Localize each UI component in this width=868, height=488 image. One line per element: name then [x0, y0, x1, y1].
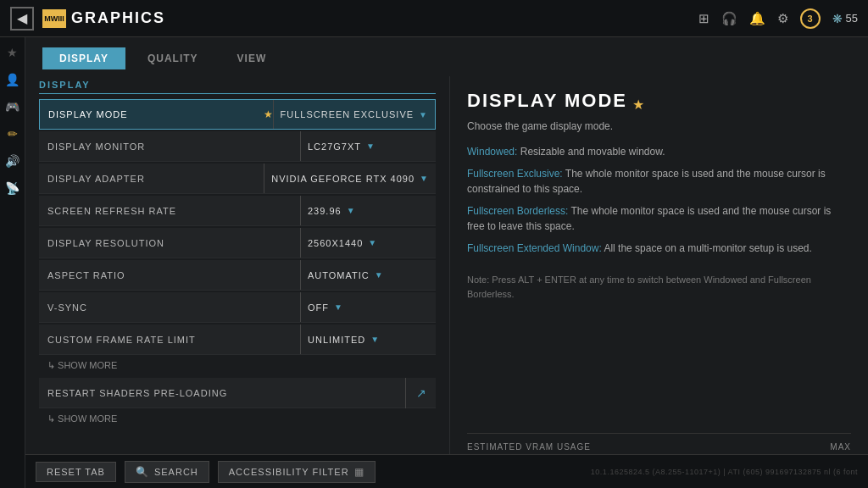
- detail-note: Note: Press ALT + ENTER at any time to s…: [467, 273, 851, 301]
- setting-name-vsync: V-SYNC: [39, 302, 300, 313]
- setting-row-framelimit[interactable]: CUSTOM FRAME RATE LIMIT UNLIMITED ▼: [39, 324, 436, 355]
- setting-value-resolution: 2560X1440 ▼: [300, 228, 436, 258]
- show-more-2[interactable]: ↳ SHOW MORE: [39, 410, 436, 428]
- header-icons: ⊞ 🎧 🔔 ⚙ 3 ❋ 55: [698, 8, 858, 29]
- detail-description: Choose the game display mode.: [467, 119, 851, 134]
- setting-value-display-mode: FULLSCREEN EXCLUSIVE ▼: [273, 100, 435, 129]
- level-badge: 3: [800, 8, 821, 29]
- reset-tab-label: RESET TAB: [47, 467, 105, 477]
- setting-row-refresh[interactable]: SCREEN REFRESH RATE 239.96 ▼: [39, 196, 436, 226]
- setting-name-monitor: DISPLAY MONITOR: [39, 141, 300, 152]
- page-title: GRAPHICS: [71, 9, 165, 27]
- level-value: 3: [807, 14, 812, 24]
- setting-name-display-mode: DISPLAY MODE: [40, 109, 259, 119]
- vram-header: ESTIMATED VRAM USAGE MAX: [467, 442, 851, 452]
- left-panel: DISPLAY DISPLAY MODE ★ FULLSCREEN EXCLUS…: [25, 76, 449, 488]
- star-icon-display-mode: ★: [264, 108, 273, 120]
- search-button[interactable]: 🔍 SEARCH: [125, 461, 209, 483]
- dropdown-arrow-refresh: ▼: [347, 206, 356, 215]
- currency-icon: ❋: [832, 12, 843, 25]
- setting-row-display-mode[interactable]: DISPLAY MODE ★ FULLSCREEN EXCLUSIVE ▼: [39, 99, 436, 130]
- right-panel: DISPLAY MODE ★ Choose the game display m…: [449, 76, 868, 488]
- tab-view[interactable]: VIEW: [220, 47, 284, 69]
- reset-tab-button[interactable]: RESET TAB: [36, 462, 116, 482]
- tab-display[interactable]: DISPLAY: [42, 47, 125, 69]
- currency-badge: ❋ 55: [832, 12, 858, 25]
- left-sidebar: ★ 👤 🎮 ✏ 🔊 📡: [0, 37, 25, 488]
- level-circle: 3: [800, 8, 821, 29]
- detail-star-icon: ★: [632, 97, 644, 113]
- sidebar-icon-star[interactable]: ★: [7, 46, 18, 59]
- game-logo: MWIII: [42, 9, 66, 28]
- setting-row-vsync[interactable]: V-SYNC OFF ▼: [39, 292, 436, 323]
- setting-row-aspect[interactable]: ASPECT RATIO AUTOMATIC ▼: [39, 260, 436, 291]
- header: ◀ MWIII GRAPHICS ⊞ 🎧 🔔 ⚙ 3 ❋ 55: [0, 0, 868, 37]
- setting-name-resolution: DISPLAY RESOLUTION: [39, 238, 300, 248]
- dropdown-arrow: ▼: [419, 110, 428, 119]
- sidebar-icon-audio[interactable]: 🔊: [5, 154, 19, 168]
- show-more-1[interactable]: ↳ SHOW MORE: [39, 357, 436, 374]
- option-fullscreen-extended: Fullscreen Extended Window: All the spac…: [467, 241, 851, 256]
- dropdown-arrow-vsync: ▼: [334, 302, 343, 312]
- option-windowed: Windowed: Resizable and movable window.: [467, 144, 851, 159]
- setting-value-adapter: NVIDIA GEFORCE RTX 4090 ▼: [264, 164, 436, 193]
- setting-row-monitor[interactable]: DISPLAY MONITOR LC27G7XT ▼: [39, 131, 436, 162]
- headphones-icon[interactable]: 🎧: [721, 11, 737, 26]
- content-area: DISPLAY DISPLAY MODE ★ FULLSCREEN EXCLUS…: [25, 76, 868, 488]
- game-logo-text: MWIII: [44, 14, 64, 23]
- search-label: SEARCH: [154, 467, 198, 477]
- accessibility-label: ACCESSIBILITY FILTER: [229, 467, 349, 477]
- version-text: 10.1.1625824.5 (A8.255-11017+1) | ATI (6…: [591, 468, 858, 476]
- shaders-action-icon[interactable]: ↗: [405, 378, 436, 408]
- setting-value-refresh: 239.96 ▼: [300, 196, 436, 225]
- setting-name-aspect: ASPECT RATIO: [39, 270, 300, 280]
- setting-name-adapter: DISPLAY ADAPTER: [39, 174, 264, 184]
- setting-row-shaders[interactable]: RESTART SHADERS PRE-LOADING ↗: [39, 378, 436, 408]
- grid-icon[interactable]: ⊞: [698, 11, 709, 26]
- option-fullscreen-exclusive-name: Fullscreen Exclusive:: [467, 168, 563, 180]
- setting-name-shaders: RESTART SHADERS PRE-LOADING: [39, 388, 405, 398]
- option-windowed-name: Windowed:: [467, 146, 517, 158]
- dropdown-arrow-resolution: ▼: [368, 238, 377, 247]
- accessibility-filter-button[interactable]: ACCESSIBILITY FILTER ▦: [218, 461, 376, 483]
- setting-row-resolution[interactable]: DISPLAY RESOLUTION 2560X1440 ▼: [39, 228, 436, 258]
- setting-value-aspect: AUTOMATIC ▼: [300, 260, 436, 290]
- bottom-bar: RESET TAB 🔍 SEARCH ACCESSIBILITY FILTER …: [25, 454, 868, 488]
- detail-title-row: DISPLAY MODE ★: [467, 90, 851, 119]
- setting-name-framelimit: CUSTOM FRAME RATE LIMIT: [39, 335, 300, 345]
- sidebar-icon-gamepad[interactable]: 🎮: [5, 100, 19, 114]
- option-fullscreen-extended-desc: All the space on a multi-monitor setup i…: [604, 242, 811, 254]
- setting-value-framelimit: UNLIMITED ▼: [300, 324, 436, 354]
- dropdown-arrow-framelimit: ▼: [370, 335, 380, 344]
- setting-value-monitor: LC27G7XT ▼: [300, 131, 436, 161]
- option-fullscreen-exclusive: Fullscreen Exclusive: The whole monitor …: [467, 166, 851, 197]
- dropdown-arrow-monitor: ▼: [366, 141, 376, 151]
- main-content: DISPLAY QUALITY VIEW DISPLAY DISPLAY MOD…: [25, 37, 868, 488]
- setting-value-vsync: OFF ▼: [300, 292, 436, 322]
- notification-icon[interactable]: 🔔: [749, 11, 765, 26]
- detail-title: DISPLAY MODE: [467, 90, 627, 112]
- setting-name-refresh: SCREEN REFRESH RATE: [39, 206, 300, 216]
- setting-row-adapter[interactable]: DISPLAY ADAPTER NVIDIA GEFORCE RTX 4090 …: [39, 164, 436, 194]
- sidebar-icon-user[interactable]: 👤: [5, 73, 19, 86]
- accessibility-icon: ▦: [354, 466, 364, 478]
- dropdown-arrow-adapter: ▼: [420, 174, 429, 183]
- tabs-row: DISPLAY QUALITY VIEW: [25, 37, 868, 76]
- back-button[interactable]: ◀: [10, 7, 34, 30]
- vram-label: ESTIMATED VRAM USAGE: [467, 442, 591, 452]
- back-icon: ◀: [17, 10, 27, 26]
- sidebar-icon-settings[interactable]: ✏: [8, 127, 18, 141]
- vram-max-label: MAX: [830, 442, 851, 452]
- tab-quality[interactable]: QUALITY: [131, 47, 215, 69]
- settings-icon[interactable]: ⚙: [777, 11, 788, 26]
- option-windowed-desc: Resizable and movable window.: [520, 146, 665, 158]
- option-fullscreen-borderless: Fullscreen Borderless: The whole monitor…: [467, 203, 851, 234]
- section-display-label: DISPLAY: [39, 80, 436, 94]
- option-fullscreen-borderless-name: Fullscreen Borderless:: [467, 205, 568, 217]
- option-fullscreen-extended-name: Fullscreen Extended Window:: [467, 242, 602, 254]
- dropdown-arrow-aspect: ▼: [375, 270, 384, 280]
- search-icon: 🔍: [136, 466, 149, 478]
- currency-value: 55: [846, 12, 858, 25]
- sidebar-icon-network[interactable]: 📡: [5, 181, 19, 195]
